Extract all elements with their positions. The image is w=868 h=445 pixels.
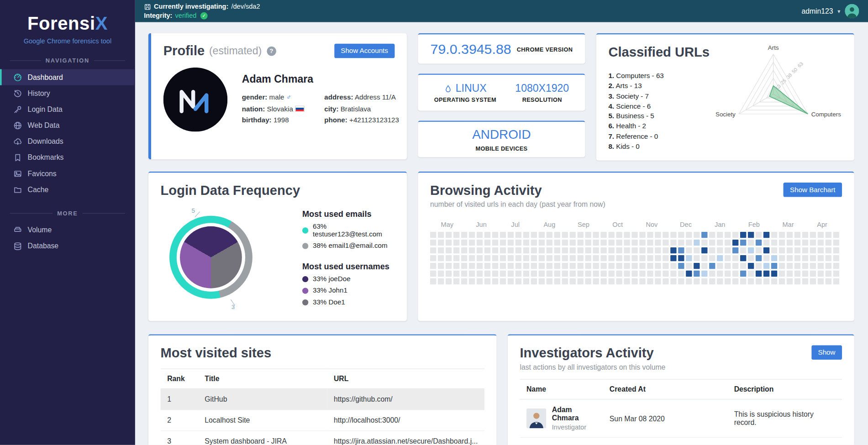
- heatmap-cell[interactable]: [756, 255, 762, 261]
- heatmap-cell[interactable]: [709, 240, 715, 246]
- heatmap-cell[interactable]: [756, 247, 762, 253]
- heatmap-cell[interactable]: [725, 232, 731, 238]
- heatmap-cell[interactable]: [732, 271, 738, 277]
- heatmap-cell[interactable]: [562, 247, 568, 253]
- heatmap-cell[interactable]: [631, 240, 637, 246]
- heatmap-cell[interactable]: [608, 278, 614, 284]
- heatmap-cell[interactable]: [748, 278, 754, 284]
- heatmap-cell[interactable]: [748, 271, 754, 277]
- heatmap-cell[interactable]: [663, 255, 668, 261]
- heatmap-cell[interactable]: [833, 255, 839, 261]
- heatmap-cell[interactable]: [562, 263, 568, 269]
- heatmap-cell[interactable]: [585, 240, 591, 246]
- heatmap-cell[interactable]: [740, 263, 746, 269]
- heatmap-cell[interactable]: [639, 247, 645, 253]
- heatmap-cell[interactable]: [500, 278, 506, 284]
- heatmap-cell[interactable]: [663, 263, 668, 269]
- heatmap-cell[interactable]: [624, 271, 630, 277]
- heatmap-cell[interactable]: [523, 232, 529, 238]
- heatmap-cell[interactable]: [593, 232, 599, 238]
- heatmap-cell[interactable]: [453, 271, 459, 277]
- heatmap-cell[interactable]: [647, 232, 653, 238]
- heatmap-cell[interactable]: [453, 255, 459, 261]
- heatmap-cell[interactable]: [585, 247, 591, 253]
- heatmap-cell[interactable]: [477, 240, 483, 246]
- heatmap-cell[interactable]: [570, 247, 576, 253]
- heatmap-cell[interactable]: [624, 240, 630, 246]
- heatmap-cell[interactable]: [779, 255, 785, 261]
- heatmap-cell[interactable]: [438, 278, 444, 284]
- heatmap-cell[interactable]: [748, 240, 754, 246]
- heatmap-cell[interactable]: [639, 271, 645, 277]
- heatmap-cell[interactable]: [794, 232, 800, 238]
- heatmap-cell[interactable]: [453, 247, 459, 253]
- heatmap-cell[interactable]: [469, 263, 475, 269]
- heatmap-cell[interactable]: [531, 255, 537, 261]
- heatmap-cell[interactable]: [438, 247, 444, 253]
- heatmap-cell[interactable]: [779, 232, 785, 238]
- heatmap-cell[interactable]: [508, 232, 514, 238]
- heatmap-cell[interactable]: [446, 271, 452, 277]
- heatmap-cell[interactable]: [438, 271, 444, 277]
- heatmap-cell[interactable]: [717, 278, 723, 284]
- heatmap-cell[interactable]: [810, 255, 816, 261]
- heatmap-cell[interactable]: [484, 240, 490, 246]
- heatmap-cell[interactable]: [585, 271, 591, 277]
- heatmap-cell[interactable]: [593, 278, 599, 284]
- heatmap-cell[interactable]: [624, 263, 630, 269]
- heatmap-cell[interactable]: [833, 278, 839, 284]
- heatmap-cell[interactable]: [438, 232, 444, 238]
- heatmap-cell[interactable]: [469, 232, 475, 238]
- sidebar-item-login-data[interactable]: Login Data: [0, 101, 135, 117]
- heatmap-cell[interactable]: [694, 240, 700, 246]
- heatmap-cell[interactable]: [787, 255, 793, 261]
- heatmap-cell[interactable]: [709, 247, 715, 253]
- heatmap-cell[interactable]: [585, 232, 591, 238]
- heatmap-cell[interactable]: [547, 255, 552, 261]
- heatmap-cell[interactable]: [670, 255, 676, 261]
- heatmap-cell[interactable]: [802, 278, 808, 284]
- heatmap-cell[interactable]: [531, 240, 537, 246]
- heatmap-cell[interactable]: [647, 278, 653, 284]
- heatmap-cell[interactable]: [585, 278, 591, 284]
- heatmap-cell[interactable]: [740, 232, 746, 238]
- sidebar-item-downloads[interactable]: Downloads: [0, 133, 135, 149]
- heatmap-cell[interactable]: [492, 263, 498, 269]
- heatmap-cell[interactable]: [608, 232, 614, 238]
- heatmap-cell[interactable]: [810, 240, 816, 246]
- table-row[interactable]: 2Localhost Sitehttp://localhost:3000/: [161, 410, 484, 431]
- heatmap-cell[interactable]: [570, 263, 576, 269]
- heatmap-cell[interactable]: [678, 240, 684, 246]
- heatmap-cell[interactable]: [826, 247, 831, 253]
- heatmap-cell[interactable]: [508, 271, 514, 277]
- heatmap-cell[interactable]: [461, 247, 467, 253]
- heatmap-cell[interactable]: [600, 263, 606, 269]
- heatmap-cell[interactable]: [826, 255, 831, 261]
- help-icon[interactable]: ?: [267, 46, 276, 56]
- heatmap-cell[interactable]: [570, 232, 576, 238]
- heatmap-cell[interactable]: [539, 271, 545, 277]
- heatmap-cell[interactable]: [678, 271, 684, 277]
- heatmap-cell[interactable]: [539, 263, 545, 269]
- heatmap-cell[interactable]: [631, 278, 637, 284]
- heatmap-cell[interactable]: [608, 271, 614, 277]
- table-row[interactable]: Adam ChmaraInvestigatorSun Mar 08 2020Th…: [520, 399, 842, 438]
- heatmap-cell[interactable]: [810, 247, 816, 253]
- heatmap-cell[interactable]: [647, 240, 653, 246]
- heatmap-cell[interactable]: [833, 263, 839, 269]
- heatmap-cell[interactable]: [686, 278, 692, 284]
- heatmap-cell[interactable]: [523, 263, 529, 269]
- heatmap-cell[interactable]: [818, 278, 824, 284]
- heatmap-cell[interactable]: [655, 255, 661, 261]
- heatmap-cell[interactable]: [670, 240, 676, 246]
- heatmap-cell[interactable]: [639, 263, 645, 269]
- heatmap-cell[interactable]: [461, 240, 467, 246]
- heatmap-cell[interactable]: [725, 271, 731, 277]
- heatmap-cell[interactable]: [608, 240, 614, 246]
- heatmap-cell[interactable]: [446, 232, 452, 238]
- heatmap-cell[interactable]: [732, 255, 738, 261]
- table-row[interactable]: 1GitHubhttps://github.com/: [161, 389, 484, 410]
- heatmap-cell[interactable]: [461, 255, 467, 261]
- heatmap-cell[interactable]: [647, 271, 653, 277]
- heatmap-cell[interactable]: [578, 278, 584, 284]
